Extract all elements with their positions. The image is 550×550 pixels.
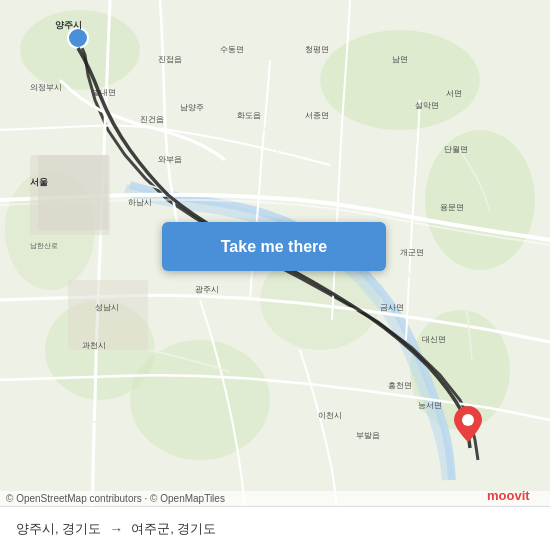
svg-text:서면: 서면 xyxy=(446,89,462,98)
svg-text:대신면: 대신면 xyxy=(422,335,446,344)
svg-text:진접읍: 진접읍 xyxy=(158,55,182,64)
svg-text:서종면: 서종면 xyxy=(305,111,329,120)
route-to: 여주군, 경기도 xyxy=(131,520,216,538)
map-svg: 양주시 의정부시 별내면 진접읍 수동면 청평면 남면 서면 설악면 진건읍 남… xyxy=(0,0,550,550)
svg-text:와부읍: 와부읍 xyxy=(158,155,182,164)
route-arrow: → xyxy=(109,521,123,537)
svg-rect-10 xyxy=(38,155,108,230)
svg-text:서울: 서울 xyxy=(30,177,48,187)
destination-pin xyxy=(454,406,482,442)
svg-text:남면: 남면 xyxy=(392,55,408,64)
svg-text:과천시: 과천시 xyxy=(82,341,106,350)
svg-text:이천시: 이천시 xyxy=(318,411,342,420)
route-bar: 양주시, 경기도 → 여주군, 경기도 xyxy=(0,506,550,550)
map-container: 양주시 의정부시 별내면 진접읍 수동면 청평면 남면 서면 설악면 진건읍 남… xyxy=(0,0,550,550)
svg-point-12 xyxy=(68,28,88,48)
svg-text:화도읍: 화도읍 xyxy=(237,111,261,120)
svg-text:청평면: 청평면 xyxy=(305,45,329,54)
svg-text:하남시: 하남시 xyxy=(128,198,152,207)
svg-text:의정부시: 의정부시 xyxy=(30,83,62,92)
svg-text:양주시: 양주시 xyxy=(55,20,82,30)
svg-text:성남시: 성남시 xyxy=(95,303,119,312)
svg-text:진건읍: 진건읍 xyxy=(140,115,164,124)
svg-text:부발읍: 부발읍 xyxy=(356,431,380,440)
take-me-there-button[interactable]: Take me there xyxy=(162,222,386,271)
svg-text:남한산로: 남한산로 xyxy=(30,242,58,250)
svg-rect-11 xyxy=(68,280,148,350)
moovit-logo: moovit xyxy=(487,488,542,504)
svg-text:금사면: 금사면 xyxy=(380,303,404,312)
svg-point-42 xyxy=(462,414,474,426)
svg-text:설악면: 설악면 xyxy=(415,101,439,110)
route-from: 양주시, 경기도 xyxy=(16,520,101,538)
svg-text:단월면: 단월면 xyxy=(444,145,468,154)
svg-text:용문면: 용문면 xyxy=(440,203,464,212)
svg-text:광주시: 광주시 xyxy=(195,285,219,294)
attribution-text: © OpenStreetMap contributors · © OpenMap… xyxy=(6,493,225,504)
svg-text:별내면: 별내면 xyxy=(92,88,116,97)
svg-text:수동면: 수동면 xyxy=(220,45,244,54)
svg-text:흥천면: 흥천면 xyxy=(388,381,412,390)
svg-text:능서면: 능서면 xyxy=(418,401,442,410)
svg-text:개군면: 개군면 xyxy=(400,248,424,257)
svg-point-3 xyxy=(425,130,535,270)
svg-text:moovit: moovit xyxy=(487,488,530,502)
map-attribution: © OpenStreetMap contributors · © OpenMap… xyxy=(0,491,550,506)
svg-text:남양주: 남양주 xyxy=(180,103,204,112)
